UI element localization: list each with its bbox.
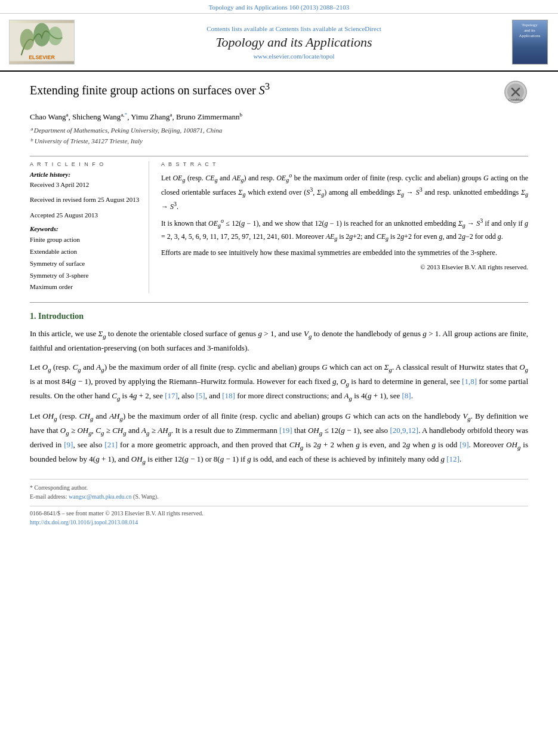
abstract-para2: It is known that OEgo ≤ 12(g − 1), and w…	[161, 216, 528, 244]
doi-link[interactable]: http://dx.doi.org/10.1016/j.topol.2013.0…	[30, 519, 138, 525]
email-label: E-mail address:	[30, 493, 67, 500]
journal-title: Topology and its Applications	[84, 35, 504, 50]
ref-1-8[interactable]: [1,8]	[462, 377, 477, 386]
sciencedirect-label: Contents lists available at Contents lis…	[84, 25, 504, 32]
keyword-4: Symmetry of 3-sphere	[30, 270, 140, 282]
article-revised: Received in revised form 25 August 2013	[30, 195, 140, 205]
ref-5[interactable]: [5]	[196, 391, 205, 400]
article-accepted: Accepted 25 August 2013	[30, 210, 140, 221]
journal-logo-image: ELSEVIER	[9, 20, 75, 64]
issn-line: 0166-8641/$ – see front matter © 2013 El…	[30, 510, 528, 517]
ref-8[interactable]: [8]	[402, 391, 411, 400]
abstract-column: A B S T R A C T Let OEg (resp. CEg and A…	[161, 161, 528, 294]
svg-point-2	[33, 23, 50, 47]
journal-center-info: Contents lists available at Contents lis…	[84, 25, 504, 60]
keyword-1: Finite group action	[30, 234, 140, 246]
affiliation-b: ᵇ University of Trieste, 34127 Trieste, …	[30, 136, 528, 147]
body-para2: Let Og (resp. Cg and Ag) be the maximum …	[30, 361, 528, 404]
page-footer: * Corresponding author. E-mail address: …	[30, 479, 528, 525]
article-info-abstract: A R T I C L E I N F O Article history: R…	[30, 161, 528, 294]
ref-12b[interactable]: [12]	[446, 454, 460, 463]
article-info-column: A R T I C L E I N F O Article history: R…	[30, 161, 149, 294]
intro-title: 1. Introduction	[30, 312, 528, 321]
crossmark-badge[interactable]: CrossMark	[504, 81, 528, 105]
ref-9b[interactable]: [9]	[64, 440, 73, 449]
sciencedirect-link-text[interactable]: Contents lists available at ScienceDirec…	[276, 25, 381, 32]
article-history-heading: Article history:	[30, 171, 140, 178]
article-info-label: A R T I C L E I N F O	[30, 161, 140, 167]
keywords-heading: Keywords:	[30, 225, 140, 232]
article-received: Received 3 April 2012	[30, 180, 140, 190]
journal-thumbnail: Topology and its Applications	[510, 20, 549, 64]
abstract-label: A B S T R A C T	[161, 161, 528, 167]
ref-19[interactable]: [19]	[279, 426, 292, 435]
divider-1	[30, 156, 528, 156]
footer-bottom: 0166-8641/$ – see front matter © 2013 El…	[30, 506, 528, 525]
svg-point-3	[48, 26, 63, 45]
article-title-section: Extending finite group actions on surfac…	[30, 81, 528, 105]
keywords-list: Finite group action Extendable action Sy…	[30, 234, 140, 293]
svg-text:CrossMark: CrossMark	[508, 98, 523, 102]
copyright-line: © 2013 Elsevier B.V. All rights reserved…	[161, 262, 528, 273]
keyword-5: Maximum order	[30, 281, 140, 293]
keyword-3: Symmetry of surface	[30, 258, 140, 270]
journal-header: ELSEVIER Contents lists available at Con…	[0, 14, 558, 72]
journal-citation: Topology and its Applications 160 (2013)…	[0, 0, 558, 14]
ref-21[interactable]: [21]	[104, 440, 118, 449]
citation-text: Topology and its Applications 160 (2013)…	[209, 4, 350, 11]
keyword-2: Extendable action	[30, 246, 140, 258]
abstract-para3: Efforts are made to see intuitively how …	[161, 247, 528, 259]
publisher-logo-area: ELSEVIER	[9, 20, 78, 64]
email-suffix: (S. Wang).	[133, 493, 159, 500]
email-note: E-mail address: wangsc@math.pku.edu.cn (…	[30, 493, 528, 500]
body-section: 1. Introduction In this article, we use …	[30, 312, 528, 467]
affiliations: ᵃ Department of Mathematics, Peking Univ…	[30, 125, 528, 146]
body-para3: Let OHg (resp. CHg and AHg) be the maxim…	[30, 410, 528, 467]
main-content: Extending finite group actions on surfac…	[0, 72, 558, 540]
thumb-title-text: Topology and its Applications	[519, 23, 541, 39]
affiliation-a: ᵃ Department of Mathematics, Peking Univ…	[30, 125, 528, 136]
body-para1: In this article, we use Σg to denote the…	[30, 327, 528, 355]
abstract-text: Let OEg (resp. CEg and AEg) and resp. OE…	[161, 171, 528, 273]
svg-point-1	[20, 29, 35, 50]
abstract-para1: Let OEg (resp. CEg and AEg) and resp. OE…	[161, 171, 528, 213]
ref-9c[interactable]: [9]	[460, 440, 468, 449]
journal-url[interactable]: www.elsevier.com/locate/topol	[84, 53, 504, 60]
corresponding-author-note: * Corresponding author.	[30, 484, 528, 491]
crossmark-icon: CrossMark	[504, 81, 527, 103]
email-link[interactable]: wangsc@math.pku.edu.cn	[69, 493, 132, 500]
ref-20-9-12[interactable]: [20,9,12]	[390, 426, 418, 435]
svg-text:ELSEVIER: ELSEVIER	[29, 54, 55, 60]
doi-line[interactable]: http://dx.doi.org/10.1016/j.topol.2013.0…	[30, 519, 528, 525]
divider-2	[30, 302, 528, 303]
ref-18[interactable]: [18]	[222, 391, 235, 400]
ref-17[interactable]: [17]	[165, 391, 178, 400]
article-title: Extending finite group actions on surfac…	[30, 81, 498, 97]
journal-cover-thumb: Topology and its Applications	[512, 20, 548, 64]
authors-line: Chao Wanga, Shicheng Wanga,*, Yimu Zhang…	[30, 112, 528, 122]
